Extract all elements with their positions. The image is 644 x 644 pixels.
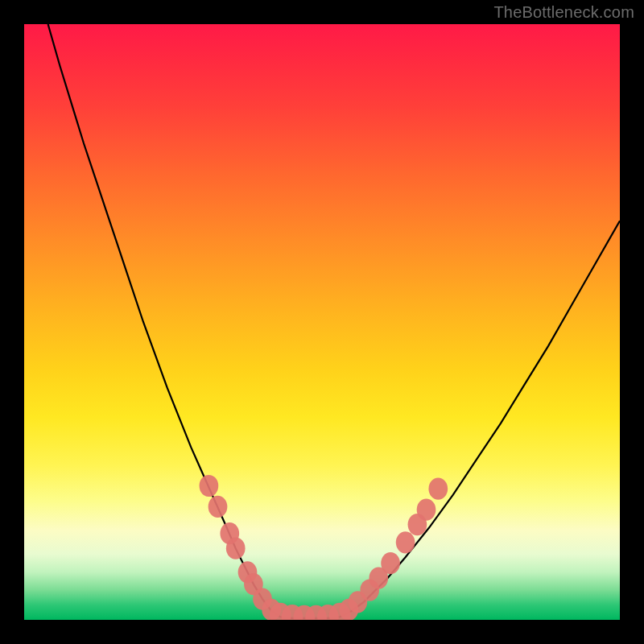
chart-frame: TheBottleneck.com bbox=[0, 0, 644, 644]
svg-point-21 bbox=[417, 498, 436, 520]
svg-point-19 bbox=[396, 531, 415, 553]
watermark-text: TheBottleneck.com bbox=[493, 3, 634, 22]
svg-point-0 bbox=[200, 475, 219, 497]
svg-point-3 bbox=[226, 538, 246, 559]
chart-svg bbox=[24, 24, 620, 620]
highlight-markers bbox=[200, 475, 448, 620]
svg-point-1 bbox=[208, 496, 228, 518]
svg-point-18 bbox=[381, 552, 400, 574]
bottleneck-curve bbox=[48, 24, 620, 618]
plot-area bbox=[24, 24, 620, 620]
svg-point-22 bbox=[428, 478, 448, 500]
